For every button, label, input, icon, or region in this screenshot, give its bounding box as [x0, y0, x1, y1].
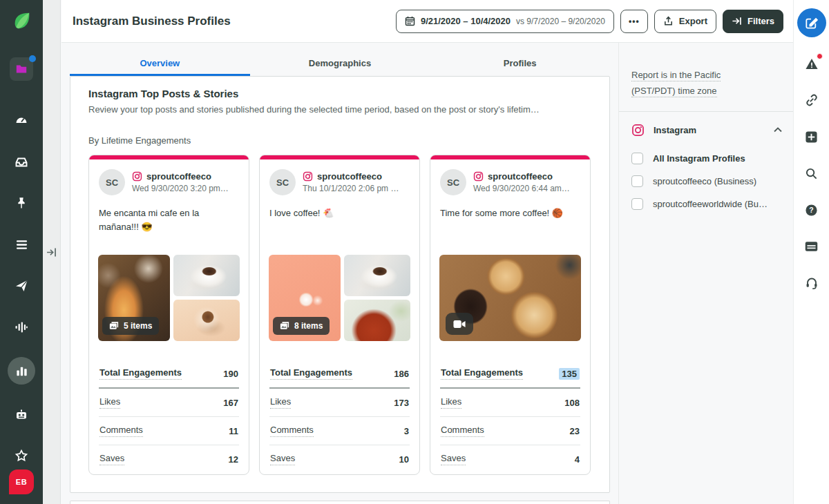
date-range-button[interactable]: 9/21/2020 – 10/4/2020 vs 9/7/2020 – 9/20…	[396, 10, 614, 33]
expand-sidebar-icon[interactable]	[46, 247, 57, 260]
sidebar-item-reports[interactable]	[8, 357, 35, 385]
media-count-label: 5 items	[124, 321, 152, 331]
search-button[interactable]	[803, 165, 820, 182]
quick-add-button[interactable]	[803, 128, 820, 145]
stat-value: 10	[399, 454, 409, 465]
main-area: Instagram Business Profiles 9/21/2020 – …	[61, 0, 793, 504]
sidebar-item-publishing[interactable]	[10, 191, 33, 215]
sidebar-nav	[8, 108, 35, 467]
stat-value: 190	[223, 369, 238, 379]
link-icon	[805, 93, 819, 107]
left-sidebar: EB	[0, 0, 43, 504]
section-title: Instagram Top Posts & Stories	[88, 88, 591, 99]
post-media-image[interactable]	[173, 300, 240, 341]
filter-panel: Report is in the Pacific (PST/PDT) time …	[618, 43, 793, 504]
stat-label[interactable]: Saves	[99, 453, 124, 465]
option-label: sproutcoffeeco (Business)	[653, 176, 756, 186]
sidebar-item-dashboard[interactable]	[10, 108, 33, 132]
alerts-button[interactable]	[803, 55, 820, 72]
post-stats: Total Engagements 190 Likes 167 Comments…	[99, 360, 239, 473]
sidebar-item-automation[interactable]	[10, 403, 33, 426]
more-options-button[interactable]: •••	[620, 10, 648, 33]
profile-option-sproutcoffeeco[interactable]: sproutcoffeeco (Business)	[631, 170, 783, 193]
post-media-image[interactable]	[173, 255, 240, 296]
sidebar-item-tasks[interactable]	[10, 233, 33, 256]
user-avatar[interactable]: EB	[9, 469, 34, 494]
whats-new-button[interactable]	[803, 238, 820, 255]
tab-demographics[interactable]: Demographics	[250, 49, 430, 76]
link-shortener-button[interactable]	[803, 92, 820, 108]
instagram-icon	[631, 124, 645, 137]
export-button[interactable]: Export	[654, 10, 716, 33]
search-icon	[805, 167, 818, 180]
report-header: Instagram Business Profiles 9/21/2020 – …	[61, 0, 793, 43]
post-media-image[interactable]	[344, 255, 410, 296]
stat-label[interactable]: Likes	[270, 396, 291, 409]
sidebar-item-inbox[interactable]	[10, 150, 33, 173]
stat-label[interactable]: Comments	[99, 425, 143, 437]
post-media[interactable]	[439, 255, 581, 341]
stat-row: Likes 167	[99, 389, 239, 417]
sprout-logo[interactable]	[11, 10, 32, 34]
stat-label[interactable]: Comments	[441, 425, 484, 437]
chevron-up-icon[interactable]	[774, 127, 782, 133]
avatar: SC	[99, 169, 125, 195]
profile-option-sproutcoffeeworldwide[interactable]: sproutcoffeeworldwide (Bu…	[631, 193, 783, 215]
post-timestamp[interactable]: Thu 10/1/2020 2:06 pm …	[303, 184, 399, 193]
checkbox[interactable]	[631, 153, 643, 164]
help-button[interactable]: ?	[803, 202, 820, 218]
stat-value: 12	[229, 454, 238, 465]
stat-label[interactable]: Total Engagements	[270, 367, 352, 380]
inbox-icon	[15, 155, 28, 168]
compose-icon	[805, 17, 818, 30]
post-media-image[interactable]	[344, 300, 410, 341]
compose-button[interactable]	[797, 8, 826, 37]
post-card[interactable]: SC sproutcoffeeco W	[430, 155, 591, 475]
media-count-badge: 5 items	[102, 317, 159, 335]
post-timestamp[interactable]: Wed 9/30/2020 3:20 pm…	[132, 184, 229, 193]
network-label: Instagram	[654, 125, 696, 135]
checkbox[interactable]	[631, 175, 643, 187]
instagram-icon	[132, 171, 142, 182]
stat-label[interactable]: Comments	[270, 425, 314, 437]
post-header: SC sproutcoffeeco T	[260, 159, 419, 200]
tab-profiles[interactable]: Profiles	[430, 49, 610, 76]
stat-label[interactable]: Saves	[270, 453, 295, 465]
stat-value: 173	[394, 398, 409, 408]
stat-label[interactable]: Total Engagements	[441, 367, 523, 380]
timezone-line1: Report is in the Pacific	[631, 70, 721, 81]
export-icon	[663, 16, 674, 26]
instagram-filter-header[interactable]: Instagram	[631, 112, 783, 147]
stat-label[interactable]: Likes	[99, 396, 120, 409]
checkbox[interactable]	[631, 198, 643, 210]
stat-label[interactable]: Saves	[441, 453, 466, 465]
bar-chart-icon	[15, 365, 28, 378]
post-card[interactable]: SC sproutcoffeeco W	[88, 155, 249, 475]
timezone-note[interactable]: Report is in the Pacific (PST/PDT) time …	[631, 68, 783, 99]
filters-button[interactable]: Filters	[723, 10, 783, 33]
sidebar-gutter	[43, 0, 61, 504]
next-section-card	[70, 501, 610, 504]
sidebar-item-assets[interactable]	[10, 57, 33, 81]
sidebar-item-campaigns[interactable]	[10, 274, 33, 298]
post-timestamp[interactable]: Wed 9/30/2020 6:44 am…	[473, 184, 570, 193]
post-media[interactable]: 5 items	[98, 255, 240, 341]
stat-value: 108	[564, 398, 580, 408]
filters-icon	[732, 16, 742, 26]
stat-value: 3	[404, 426, 409, 436]
post-stats: Total Engagements 135 Likes 108 Comments…	[440, 360, 580, 473]
post-card[interactable]: SC sproutcoffeeco T	[259, 155, 420, 475]
post-media[interactable]: 8 items	[269, 255, 410, 341]
tab-overview[interactable]: Overview	[70, 49, 250, 76]
sidebar-item-influencers[interactable]	[10, 444, 33, 467]
stat-label[interactable]: Total Engagements	[99, 367, 182, 380]
group-label: By Lifetime Engagements	[88, 135, 591, 146]
sidebar-item-listening[interactable]	[10, 316, 33, 339]
support-button[interactable]	[803, 275, 820, 291]
stat-label[interactable]: Likes	[441, 396, 461, 409]
post-text: Time for some more coffee! 🏀	[430, 200, 590, 249]
profile-option-all[interactable]: All Instagram Profiles	[631, 147, 783, 170]
post-header: SC sproutcoffeeco W	[89, 159, 249, 200]
filters-label: Filters	[747, 16, 774, 26]
gallery-icon	[109, 321, 119, 331]
